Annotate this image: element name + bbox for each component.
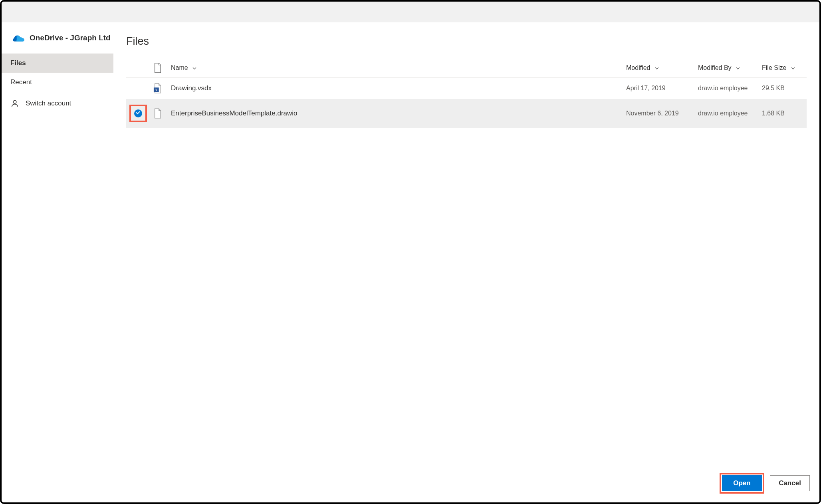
sidebar: OneDrive - JGraph Ltd Files Recent Switc… xyxy=(2,22,113,502)
table-header-row: Name Modified Modified By xyxy=(126,59,807,77)
row-name-cell[interactable]: Drawing.vsdx xyxy=(168,77,623,99)
row-icon-cell: V xyxy=(150,77,168,99)
sidebar-item-recent[interactable]: Recent xyxy=(2,73,113,92)
cancel-button[interactable]: Cancel xyxy=(770,475,810,491)
column-modified-label: Modified xyxy=(626,64,650,71)
open-button-highlight: Open xyxy=(720,473,764,494)
chevron-down-icon xyxy=(192,64,197,71)
account-header: OneDrive - JGraph Ltd xyxy=(2,22,113,54)
row-name-cell[interactable]: EnterpriseBusinessModelTemplate.drawio xyxy=(168,99,623,128)
chevron-down-icon xyxy=(654,64,659,71)
chevron-down-icon xyxy=(736,64,740,71)
column-modified-by[interactable]: Modified By xyxy=(695,59,759,77)
person-icon xyxy=(10,99,19,108)
sidebar-switch-account[interactable]: Switch account xyxy=(2,93,113,113)
row-modified-cell: April 17, 2019 xyxy=(623,77,695,99)
sidebar-item-label: Recent xyxy=(10,78,32,86)
file-visio-icon: V xyxy=(153,83,165,93)
top-toolbar xyxy=(2,2,819,22)
row-size-cell: 1.68 KB xyxy=(759,99,807,128)
selection-highlight xyxy=(129,105,147,122)
main-panel: Files Name xyxy=(113,22,819,502)
column-name[interactable]: Name xyxy=(168,59,623,77)
row-modified-by-cell: draw.io employee xyxy=(695,77,759,99)
row-size-cell: 29.5 KB xyxy=(759,77,807,99)
account-title: OneDrive - JGraph Ltd xyxy=(30,34,111,42)
open-button[interactable]: Open xyxy=(722,475,762,491)
row-modified-cell: November 6, 2019 xyxy=(623,99,695,128)
file-generic-icon xyxy=(153,63,165,73)
table-row[interactable]: V Drawing.vsdx April 17, 2019 draw.io em… xyxy=(126,77,807,99)
row-icon-cell xyxy=(150,99,168,128)
column-modified-by-label: Modified By xyxy=(698,64,732,71)
column-name-label: Name xyxy=(171,64,188,71)
dialog-footer: Open Cancel xyxy=(113,467,819,502)
column-modified[interactable]: Modified xyxy=(623,59,695,77)
svg-point-0 xyxy=(13,100,16,103)
check-icon xyxy=(134,109,142,117)
onedrive-icon xyxy=(13,34,25,42)
column-file-size[interactable]: File Size xyxy=(759,59,807,77)
sidebar-item-label: Files xyxy=(10,59,26,67)
row-check-cell[interactable] xyxy=(126,99,150,128)
column-type-icon xyxy=(150,59,168,77)
column-select xyxy=(126,59,150,77)
sidebar-nav: Files Recent Switch account xyxy=(2,54,113,113)
file-table: Name Modified Modified By xyxy=(126,59,807,128)
file-generic-icon xyxy=(153,108,165,119)
row-modified-by-cell: draw.io employee xyxy=(695,99,759,128)
sidebar-item-label: Switch account xyxy=(26,99,71,107)
chevron-down-icon xyxy=(791,64,795,71)
column-file-size-label: File Size xyxy=(762,64,786,71)
svg-text:V: V xyxy=(155,88,157,91)
page-title: Files xyxy=(126,35,807,48)
table-row[interactable]: EnterpriseBusinessModelTemplate.drawio N… xyxy=(126,99,807,128)
sidebar-item-files[interactable]: Files xyxy=(2,54,113,73)
row-check-cell[interactable] xyxy=(126,77,150,99)
